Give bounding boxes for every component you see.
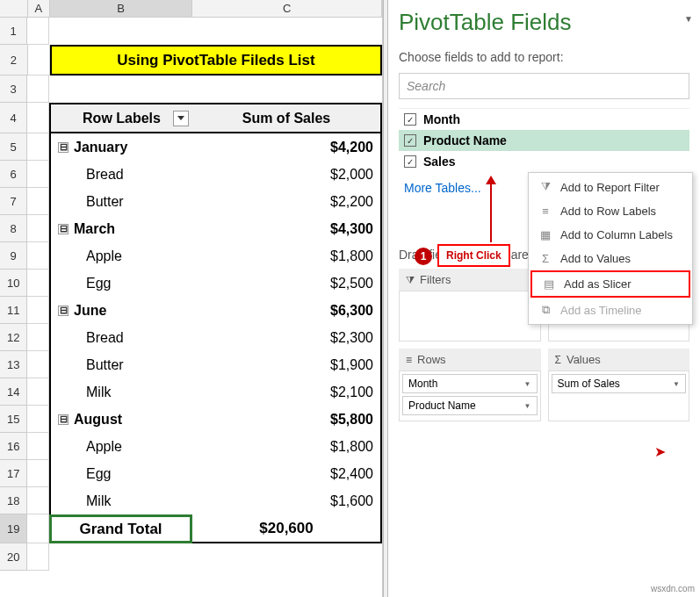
select-all-corner[interactable] xyxy=(0,0,28,17)
cell-a[interactable] xyxy=(27,215,49,242)
row-header[interactable]: 6 xyxy=(0,161,27,188)
col-header-a[interactable]: A xyxy=(28,0,50,17)
row-header[interactable]: 16 xyxy=(0,433,27,460)
cell[interactable] xyxy=(192,18,382,45)
row-header[interactable]: 7 xyxy=(0,188,27,215)
cell-value[interactable]: $2,500 xyxy=(192,270,382,297)
cell-value[interactable]: $2,100 xyxy=(192,378,382,406)
cell-label[interactable]: Egg xyxy=(49,460,192,487)
grand-total-label[interactable]: Grand Total xyxy=(49,514,192,543)
row-header[interactable]: 5 xyxy=(0,133,27,161)
cell-value[interactable]: $6,300 xyxy=(192,297,382,324)
area-tag[interactable]: Product Name xyxy=(402,396,538,415)
row-header[interactable]: 10 xyxy=(0,270,27,297)
cell-a[interactable] xyxy=(27,270,49,297)
cell-value[interactable]: $1,800 xyxy=(192,242,382,270)
row-header[interactable]: 12 xyxy=(0,324,27,351)
row-header[interactable]: 4 xyxy=(0,103,27,133)
filter-dropdown-icon[interactable] xyxy=(173,111,189,126)
row-header[interactable]: 17 xyxy=(0,460,27,487)
row-header[interactable]: 8 xyxy=(0,215,27,242)
area-tag[interactable]: Sum of Sales xyxy=(552,374,687,393)
cell-a[interactable] xyxy=(27,378,49,406)
cell-a[interactable] xyxy=(27,188,49,215)
cell-value[interactable]: $4,300 xyxy=(192,215,382,242)
row-header[interactable]: 19 xyxy=(0,514,27,543)
header-sum-sales[interactable]: Sum of Sales xyxy=(192,103,382,133)
cell[interactable] xyxy=(192,76,382,103)
cell-label[interactable]: Milk xyxy=(49,487,192,514)
cell-a[interactable] xyxy=(27,18,49,45)
field-item-month[interactable]: Month xyxy=(399,109,689,130)
ctx-add-to-values[interactable]: ΣAdd to Values xyxy=(529,247,692,270)
cell[interactable] xyxy=(49,76,192,103)
row-header[interactable]: 3 xyxy=(0,76,27,103)
cell-label[interactable]: August xyxy=(49,406,192,433)
col-header-b[interactable]: B xyxy=(50,0,193,17)
col-header-c[interactable]: C xyxy=(192,0,382,17)
cell-value[interactable]: $4,200 xyxy=(192,133,382,161)
cell-a[interactable] xyxy=(27,351,49,378)
cell-value[interactable]: $1,800 xyxy=(192,433,382,460)
cell-label[interactable]: Apple xyxy=(49,242,192,270)
cell[interactable] xyxy=(192,543,382,571)
ctx-add-to-column-labels[interactable]: ▦Add to Column Labels xyxy=(529,223,692,247)
pane-options-icon[interactable] xyxy=(684,11,693,25)
ctx-add-to-row-labels[interactable]: ≡Add to Row Labels xyxy=(529,199,692,223)
cell-a[interactable] xyxy=(27,324,49,351)
cell-a[interactable] xyxy=(28,45,50,76)
filters-area[interactable]: ⧩Filters xyxy=(399,269,541,342)
rows-area[interactable]: ≡Rows MonthProduct Name xyxy=(399,349,541,421)
cell-a[interactable] xyxy=(27,406,49,433)
checkbox-icon[interactable] xyxy=(404,155,416,168)
header-row-labels[interactable]: Row Labels xyxy=(49,103,192,133)
cell-value[interactable]: $2,300 xyxy=(192,324,382,351)
title-cell[interactable]: Using PivotTable Fileds List xyxy=(50,45,382,76)
cell-a[interactable] xyxy=(27,514,49,543)
cell-label[interactable]: Bread xyxy=(49,161,192,188)
cell-label[interactable]: Butter xyxy=(49,188,192,215)
row-header[interactable]: 18 xyxy=(0,487,27,514)
cell-a[interactable] xyxy=(27,487,49,514)
row-header[interactable]: 20 xyxy=(0,543,27,571)
ctx-add-as-slicer[interactable]: ▤Add as Slicer xyxy=(530,270,690,298)
cell-a[interactable] xyxy=(27,133,49,161)
cell-a[interactable] xyxy=(27,103,49,133)
row-header[interactable]: 13 xyxy=(0,351,27,378)
cell-a[interactable] xyxy=(27,433,49,460)
cell-label[interactable]: Milk xyxy=(49,378,192,406)
cell-label[interactable]: Apple xyxy=(49,433,192,460)
cell-a[interactable] xyxy=(27,297,49,324)
field-item-sales[interactable]: Sales xyxy=(399,151,689,172)
cell-value[interactable]: $2,400 xyxy=(192,460,382,487)
cell-a[interactable] xyxy=(27,460,49,487)
area-tag[interactable]: Month xyxy=(402,374,538,393)
grand-total-value[interactable]: $20,600 xyxy=(192,514,382,543)
values-area[interactable]: ΣValues Sum of Sales xyxy=(548,349,690,421)
cell-label[interactable]: January xyxy=(49,133,192,161)
cell-label[interactable]: June xyxy=(49,297,192,324)
cell-label[interactable]: Butter xyxy=(49,351,192,378)
cell-value[interactable]: $2,000 xyxy=(192,161,382,188)
cell-label[interactable]: Egg xyxy=(49,270,192,297)
cell-a[interactable] xyxy=(27,543,49,571)
cell-a[interactable] xyxy=(27,242,49,270)
cell[interactable] xyxy=(49,543,192,571)
checkbox-icon[interactable] xyxy=(404,113,416,126)
row-header[interactable]: 2 xyxy=(0,45,28,76)
cell-label[interactable]: Bread xyxy=(49,324,192,351)
cell-value[interactable]: $1,600 xyxy=(192,487,382,514)
row-header[interactable]: 11 xyxy=(0,297,27,324)
cell[interactable] xyxy=(49,18,192,45)
checkbox-icon[interactable] xyxy=(404,134,416,147)
ctx-add-to-report-filter[interactable]: ⧩Add to Report Filter xyxy=(529,175,692,199)
cell-value[interactable]: $1,900 xyxy=(192,351,382,378)
field-item-product-name[interactable]: Product Name xyxy=(399,130,689,151)
cell-a[interactable] xyxy=(27,76,49,103)
row-header[interactable]: 15 xyxy=(0,406,27,433)
cell-value[interactable]: $2,200 xyxy=(192,188,382,215)
row-header[interactable]: 1 xyxy=(0,18,27,45)
cell-a[interactable] xyxy=(27,161,49,188)
cell-value[interactable]: $5,800 xyxy=(192,406,382,433)
row-header[interactable]: 9 xyxy=(0,242,27,270)
